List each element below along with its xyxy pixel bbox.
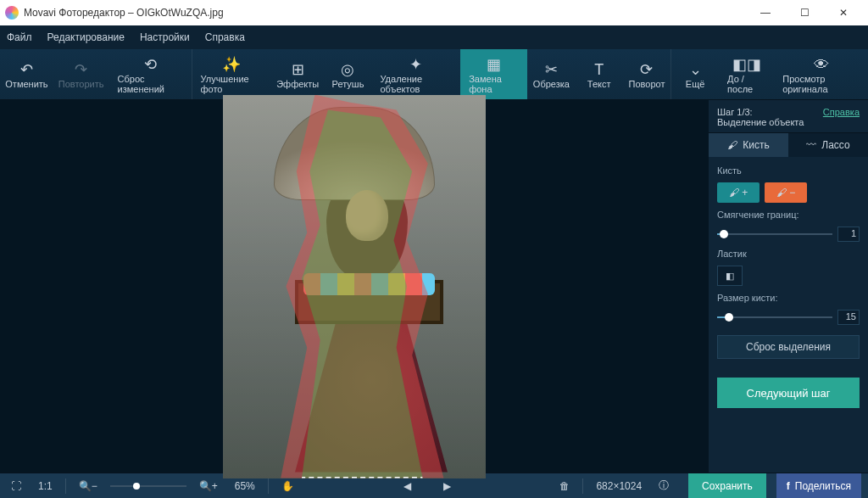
panel-help-link[interactable]: Справка (823, 107, 860, 117)
redo-icon: ↷ (75, 60, 87, 79)
zoom-slider[interactable] (110, 480, 186, 492)
brush-size-slider[interactable] (717, 311, 832, 323)
change-background-tool-button[interactable]: ▦Замена фона (460, 49, 527, 99)
soften-slider[interactable] (717, 228, 832, 240)
enhance-tool-button[interactable]: ✨Улучшение фото (192, 49, 270, 99)
rotate-icon: ⟳ (640, 60, 653, 79)
more-tools-button[interactable]: ⌄Ещё (671, 49, 719, 99)
reset-selection-button[interactable]: Сброс выделения (717, 335, 860, 359)
soften-label: Смягчение границ: (717, 210, 860, 220)
main-toolbar: ↶Отменить ↷Повторить ⟲Сброс изменений ✨У… (0, 49, 868, 100)
compare-icon: ◧◨ (732, 55, 761, 74)
crop-tool-button[interactable]: ✂Обрезка (527, 49, 576, 99)
tool-options-panel: Шаг 1/3: Выделение объекта Справка 🖌Кист… (709, 100, 868, 473)
magic-wand-icon: ✨ (222, 55, 241, 74)
text-icon: T (594, 60, 604, 79)
chevron-down-icon: ⌄ (689, 60, 702, 79)
fit-to-screen-button[interactable]: ⛶ (7, 477, 25, 495)
tab-lasso[interactable]: 〰Лассо (788, 132, 868, 157)
brush-subtract-button[interactable]: 🖌 − (765, 182, 807, 203)
prev-image-button[interactable]: ◀ (399, 477, 415, 495)
image-dimensions: 682×1024 (592, 477, 646, 495)
window-maximize-button[interactable]: ☐ (785, 0, 824, 25)
share-button[interactable]: f Поделиться (776, 473, 861, 499)
menu-settings[interactable]: Настройки (140, 31, 190, 43)
object-removal-icon: ✦ (409, 55, 422, 74)
menu-file[interactable]: Файл (7, 31, 32, 43)
zoom-in-button[interactable]: 🔍+ (195, 477, 222, 495)
undo-icon: ↶ (20, 60, 33, 79)
redo-button[interactable]: ↷Повторить (53, 49, 109, 99)
step-description: Выделение объекта (717, 117, 804, 127)
retouch-icon: ◎ (341, 60, 354, 79)
window-title: Movavi Фоторедактор – OIGkOtWuZQA.jpg (24, 7, 746, 19)
brush-size-label: Размер кисти: (717, 293, 860, 303)
panel-header: Шаг 1/3: Выделение объекта Справка (709, 100, 868, 132)
effects-tool-button[interactable]: ⊞Эффекты (271, 49, 325, 99)
bg-swap-icon: ▦ (487, 55, 501, 74)
image-canvas[interactable] (223, 95, 486, 478)
window-close-button[interactable]: ✕ (824, 0, 863, 25)
reset-icon: ⟲ (144, 55, 157, 74)
hand-tool-button[interactable]: ✋ (277, 477, 298, 495)
soften-value[interactable]: 1 (837, 227, 860, 242)
facebook-icon: f (787, 480, 790, 492)
zoom-out-icon: 🔍 (79, 480, 92, 492)
eye-icon: 👁 (814, 55, 829, 74)
actual-size-button[interactable]: 1:1 (34, 477, 57, 495)
zoom-out-button[interactable]: 🔍− (75, 477, 102, 495)
app-logo-icon (5, 6, 19, 20)
before-after-button[interactable]: ◧◨До / после (719, 49, 774, 99)
view-original-button[interactable]: 👁Просмотр оригинала (774, 49, 868, 99)
brush-size-value[interactable]: 15 (837, 310, 860, 325)
canvas-area[interactable] (0, 100, 709, 473)
undo-button[interactable]: ↶Отменить (0, 49, 53, 99)
delete-button[interactable]: 🗑 (555, 477, 574, 495)
menubar: Файл Редактирование Настройки Справка (0, 25, 868, 49)
lasso-icon: 〰 (806, 139, 816, 151)
window-titlebar: Movavi Фоторедактор – OIGkOtWuZQA.jpg — … (0, 0, 868, 25)
step-indicator: Шаг 1/3: (717, 107, 804, 117)
image-info-button[interactable]: ⓘ (654, 477, 673, 495)
eraser-icon: ◧ (726, 271, 734, 282)
window-minimize-button[interactable]: — (746, 0, 785, 25)
menu-edit[interactable]: Редактирование (47, 31, 125, 43)
retouch-tool-button[interactable]: ◎Ретушь (324, 49, 371, 99)
rotate-tool-button[interactable]: ⟳Поворот (623, 49, 671, 99)
menu-help[interactable]: Справка (205, 31, 245, 43)
eraser-label: Ластик (717, 249, 860, 259)
text-tool-button[interactable]: TТекст (576, 49, 623, 99)
reset-changes-button[interactable]: ⟲Сброс изменений (109, 49, 192, 99)
effects-icon: ⊞ (292, 60, 304, 79)
brush-add-button[interactable]: 🖌 + (717, 182, 760, 203)
crop-icon: ✂ (545, 60, 558, 79)
next-step-button[interactable]: Следующий шаг (717, 378, 860, 408)
zoom-percent: 65% (231, 477, 259, 495)
eraser-button[interactable]: ◧ (717, 266, 743, 286)
save-button[interactable]: Сохранить (688, 473, 766, 499)
zoom-in-icon: 🔍 (199, 480, 212, 492)
object-removal-tool-button[interactable]: ✦Удаление объектов (371, 49, 460, 99)
next-image-button[interactable]: ▶ (439, 477, 455, 495)
tab-brush[interactable]: 🖌Кисть (709, 132, 788, 157)
brush-icon: 🖌 (727, 139, 737, 151)
brush-section-label: Кисть (717, 165, 860, 176)
